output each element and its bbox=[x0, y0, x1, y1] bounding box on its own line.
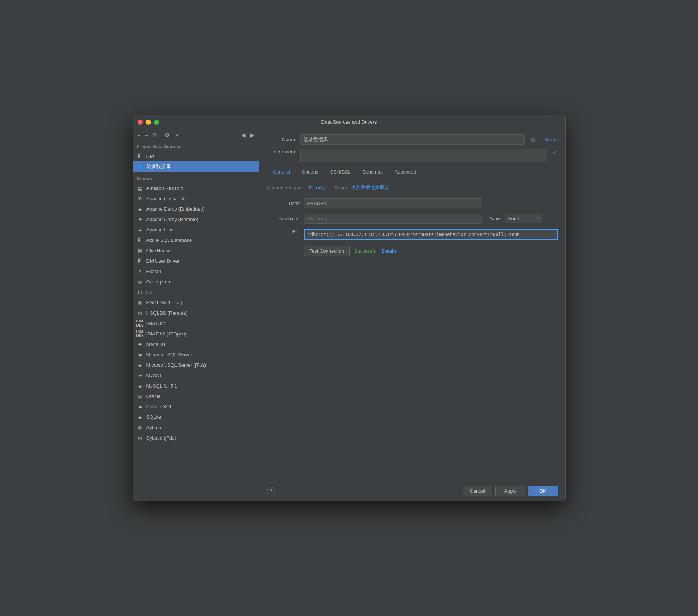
window-controls bbox=[138, 120, 159, 125]
sidebar-item-sqlite[interactable]: ◈ SQLite bbox=[133, 412, 259, 422]
details-link[interactable]: Details bbox=[382, 248, 397, 254]
ok-button[interactable]: OK bbox=[528, 486, 558, 496]
test-connection-button[interactable]: Test Connection bbox=[304, 246, 350, 256]
add-button[interactable]: + bbox=[136, 132, 142, 139]
copy-button[interactable]: ⧉ bbox=[151, 132, 158, 139]
sidebar-item-hsqldb-remote[interactable]: ◎ HSQLDB (Remote) bbox=[133, 308, 259, 318]
test-conn-row: Test Connection Successful Details bbox=[304, 246, 558, 256]
hsqldb-remote-icon: ◎ bbox=[137, 309, 143, 316]
dameng-icon: 🔷 bbox=[137, 163, 143, 170]
ibm-db2-jtopen-icon: IBMDB2 bbox=[137, 330, 143, 337]
minimize-button[interactable] bbox=[146, 120, 151, 125]
tab-advanced[interactable]: Advanced bbox=[389, 166, 422, 178]
divider bbox=[161, 132, 161, 139]
sidebar-item-apache-cassandra[interactable]: 👁 Apache Cassandra bbox=[133, 193, 259, 204]
sidebar-item-dm[interactable]: 🗄 DM bbox=[133, 151, 259, 161]
sidebar-item-label: PostgreSQL bbox=[146, 404, 173, 409]
url-input[interactable] bbox=[304, 229, 558, 240]
sidebar-item-mysql-51[interactable]: ◈ MySQL for 5.1 bbox=[133, 380, 259, 391]
save-select[interactable]: Forever Never Session bbox=[505, 214, 542, 223]
main-content: + − ⧉ ⚙ ↗ ◀ ▶ Project Data Sources 🗄 DM … bbox=[133, 129, 565, 501]
sidebar-toolbar: + − ⧉ ⚙ ↗ ◀ ▶ bbox=[133, 129, 259, 141]
name-label: Name: bbox=[267, 137, 297, 142]
sidebar-item-label: 达梦数据库 bbox=[146, 163, 171, 170]
apply-button[interactable]: Apply bbox=[495, 486, 525, 496]
sidebar-item-label: Sybase bbox=[146, 425, 162, 430]
cancel-button[interactable]: Cancel bbox=[463, 486, 492, 496]
comment-label: Comment: bbox=[267, 149, 297, 155]
sidebar-item-label: Sybase (jTds) bbox=[146, 435, 176, 441]
sidebar-item-h2[interactable]: ⬡ H2 bbox=[133, 287, 259, 297]
mssql-icon: ◈ bbox=[137, 351, 143, 358]
export-button[interactable]: ↗ bbox=[172, 132, 180, 139]
save-label: Save: bbox=[490, 216, 502, 221]
nav-forward-button[interactable]: ▶ bbox=[249, 132, 256, 139]
clickhouse-icon: ▤ bbox=[137, 247, 143, 254]
sidebar-item-mssql[interactable]: ◈ Microsoft SQL Server bbox=[133, 349, 259, 360]
tab-schemas[interactable]: Schemas bbox=[356, 166, 388, 178]
comment-input[interactable] bbox=[300, 149, 547, 162]
sidebar-item-mariadb[interactable]: ◈ MariaDB bbox=[133, 339, 259, 349]
sidebar-item-clickhouse[interactable]: ▤ ClickHouse bbox=[133, 245, 259, 256]
ibm-db2-icon: IBMDB2 bbox=[137, 320, 143, 327]
tab-options[interactable]: Options bbox=[296, 166, 324, 178]
mysql-51-icon: ◈ bbox=[137, 382, 143, 389]
sidebar-item-apache-derby-embedded[interactable]: ◈ Apache Derby (Embedded) bbox=[133, 204, 259, 214]
url-label: URL: bbox=[267, 229, 300, 234]
sidebar-item-label: Microsoft SQL Server bbox=[146, 352, 193, 357]
sidebar-item-apache-derby-remote[interactable]: ◈ Apache Derby (Remote) bbox=[133, 214, 259, 224]
greenplum-icon: ◎ bbox=[137, 278, 143, 285]
sidebar-item-ibm-db2[interactable]: IBMDB2 IBM Db2 bbox=[133, 318, 259, 328]
dialog: Data Sources and Drivers + − ⧉ ⚙ ↗ ◀ ▶ P… bbox=[133, 115, 566, 501]
sidebar-item-azure-sql[interactable]: 🗄 Azure SQL Database bbox=[133, 235, 259, 245]
sidebar-item-dameng[interactable]: 🔷 达梦数据库 bbox=[133, 161, 259, 172]
maximize-button[interactable] bbox=[154, 120, 159, 125]
nav-back-button[interactable]: ◀ bbox=[240, 132, 247, 139]
help-button[interactable]: ? bbox=[267, 487, 275, 495]
expand-comment-button[interactable]: ⤢ bbox=[551, 149, 558, 156]
conn-type-row: Connection type: URL only Driver: 达梦数据连接… bbox=[267, 184, 558, 191]
sidebar-item-ibm-db2-jtopen[interactable]: IBMDB2 IBM Db2 (JTOpen) bbox=[133, 328, 259, 339]
sidebar-item-amazon-redshift[interactable]: ▤ Amazon Redshift bbox=[133, 183, 259, 193]
user-input[interactable] bbox=[304, 198, 482, 208]
remove-button[interactable]: − bbox=[143, 132, 150, 139]
sidebar: + − ⧉ ⚙ ↗ ◀ ▶ Project Data Sources 🗄 DM … bbox=[133, 129, 259, 501]
tab-ssh-ssl[interactable]: SSH/SSL bbox=[324, 166, 357, 178]
sidebar-item-postgresql[interactable]: ◈ PostgreSQL bbox=[133, 401, 259, 412]
sidebar-item-label: IBM Db2 (JTOpen) bbox=[146, 331, 187, 337]
success-text: Successful bbox=[354, 248, 378, 254]
sidebar-item-label: MySQL for 5.1 bbox=[146, 383, 177, 389]
clear-name-button[interactable]: ⊙ bbox=[529, 135, 538, 144]
sidebar-item-sybase[interactable]: ◎ Sybase bbox=[133, 422, 259, 432]
apache-cassandra-icon: 👁 bbox=[137, 195, 143, 202]
conn-type-value[interactable]: URL only bbox=[305, 185, 325, 191]
tab-content: Connection type: URL only Driver: 达梦数据连接… bbox=[259, 178, 565, 481]
sidebar-item-apache-hive[interactable]: ◈ Apache Hive bbox=[133, 224, 259, 235]
sidebar-item-mssql-jtds[interactable]: ◈ Microsoft SQL Server (jTds) bbox=[133, 360, 259, 370]
sybase-icon: ◎ bbox=[137, 424, 143, 431]
sidebar-item-hsqldb-local[interactable]: ◎ HSQLDB (Local) bbox=[133, 297, 259, 308]
sidebar-item-exasol[interactable]: ✕ Exasol bbox=[133, 266, 259, 276]
sidebar-item-label: Microsoft SQL Server (jTds) bbox=[146, 362, 206, 368]
name-input[interactable] bbox=[300, 134, 525, 145]
window-title: Data Sources and Drivers bbox=[321, 119, 377, 125]
name-row: Name: ⊙ Reset bbox=[259, 129, 565, 147]
sidebar-item-dm-user[interactable]: 🗄 DM User Driver bbox=[133, 256, 259, 266]
sidebar-item-label: Azure SQL Database bbox=[146, 237, 192, 243]
settings-button[interactable]: ⚙ bbox=[163, 132, 171, 139]
reset-link[interactable]: Reset bbox=[545, 137, 558, 142]
tab-general[interactable]: General bbox=[267, 166, 296, 178]
user-row: User: bbox=[267, 198, 558, 208]
exasol-icon: ✕ bbox=[137, 268, 143, 275]
sidebar-item-oracle[interactable]: ◎ Oracle bbox=[133, 391, 259, 401]
sidebar-item-mysql[interactable]: ◈ MySQL bbox=[133, 370, 259, 380]
close-button[interactable] bbox=[138, 120, 143, 125]
password-input[interactable] bbox=[304, 214, 482, 224]
driver-value[interactable]: 达梦数据连接驱动 bbox=[351, 184, 390, 191]
conn-type-label: Connection type: bbox=[267, 185, 303, 191]
sidebar-item-sybase-jtds[interactable]: ◎ Sybase (jTds) bbox=[133, 432, 259, 443]
sybase-jtds-icon: ◎ bbox=[137, 434, 143, 441]
sidebar-item-label: Exasol bbox=[146, 269, 161, 274]
dm-icon: 🗄 bbox=[137, 153, 143, 159]
sidebar-item-greenplum[interactable]: ◎ Greenplum bbox=[133, 276, 259, 287]
